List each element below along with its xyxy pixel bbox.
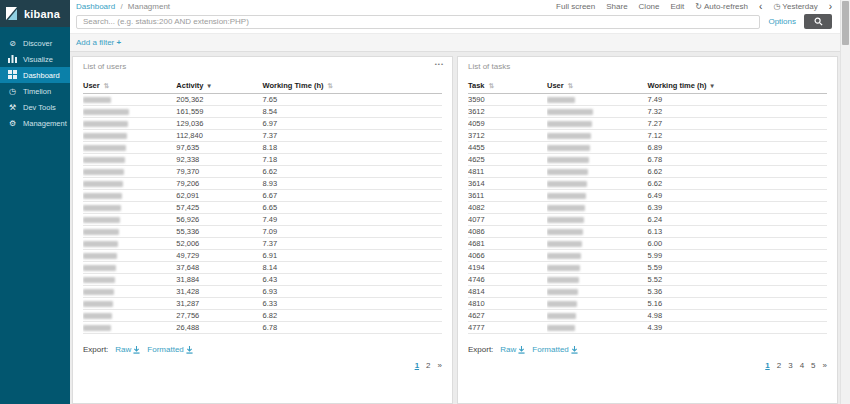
wrench-icon: ⚒ [8, 103, 17, 112]
redacted-user-name [547, 121, 592, 127]
table-cell [547, 298, 648, 310]
search-input[interactable] [76, 15, 760, 29]
table-cell [547, 286, 648, 298]
time-picker-button[interactable]: ◷ Yesterday [773, 2, 817, 11]
pagination-page-1[interactable]: 1 [765, 361, 769, 370]
export-formatted-link[interactable]: Formatted [147, 345, 192, 354]
tasks-column-header-user[interactable]: User ⇅ [547, 79, 648, 94]
table-cell [547, 226, 648, 238]
auto-refresh-button[interactable]: ↻ Auto-refresh [695, 2, 748, 11]
table-cell: 56,926 [176, 214, 262, 226]
redacted-user-name [547, 145, 590, 151]
table-cell [83, 166, 176, 178]
toolbar-share-button[interactable]: Share [606, 2, 627, 11]
table-cell [83, 118, 176, 130]
sidebar-item-label: Timelion [23, 87, 51, 96]
table-cell: 129,036 [176, 118, 262, 130]
redacted-user-name [83, 145, 126, 151]
table-cell [547, 250, 648, 262]
redacted-user-name [83, 133, 127, 139]
table-cell: 57,425 [176, 202, 262, 214]
pagination-page-2[interactable]: 2 [777, 361, 781, 370]
redacted-user-name [547, 325, 575, 331]
table-row: 46274.98 [468, 310, 827, 322]
table-cell: 92,338 [176, 154, 262, 166]
redacted-user-name [547, 289, 578, 295]
table-row: 55,3367.09 [83, 226, 442, 238]
time-step-forward-button[interactable]: › [829, 3, 832, 11]
toolbar-full-screen-button[interactable]: Full screen [556, 2, 595, 11]
table-cell: 6.89 [647, 142, 827, 154]
table-row: 56,9267.49 [83, 214, 442, 226]
redacted-user-name [547, 253, 581, 259]
export-label: Export: [468, 345, 493, 354]
sidebar-item-visualize[interactable]: Visualize [0, 51, 70, 67]
redacted-user-name [547, 133, 591, 139]
pagination-next-button[interactable]: » [823, 361, 827, 370]
export-raw-link[interactable]: Raw [500, 345, 525, 354]
table-cell: 6.49 [647, 190, 827, 202]
options-link[interactable]: Options [768, 17, 796, 26]
pagination-page-4[interactable]: 4 [800, 361, 804, 370]
table-cell [83, 214, 176, 226]
time-step-back-button[interactable]: ‹ [759, 3, 762, 11]
redacted-user-name [547, 217, 584, 223]
table-cell [83, 190, 176, 202]
sidebar-item-discover[interactable]: ⊘Discover [0, 35, 70, 51]
sidebar-item-management[interactable]: ⚙Management [0, 115, 70, 131]
vertical-scrollbar[interactable] [840, 0, 850, 404]
export-raw-link[interactable]: Raw [115, 345, 140, 354]
export-formatted-label: Formatted [147, 345, 183, 354]
tasks-column-header-working-time-h-[interactable]: Working time (h) ▾ [647, 79, 827, 94]
sort-icon: ⇅ [489, 82, 494, 89]
auto-refresh-label: Auto-refresh [704, 2, 748, 11]
table-cell: 52,006 [176, 238, 262, 250]
scrollbar-thumb[interactable] [842, 1, 849, 45]
table-cell: 62,091 [176, 190, 262, 202]
search-button[interactable] [804, 14, 832, 29]
table-cell: 4.39 [647, 322, 827, 334]
table-cell: 6.93 [262, 286, 442, 298]
table-row: 40866.13 [468, 226, 827, 238]
users-column-header-activity[interactable]: Activity ▾ [176, 79, 262, 94]
table-cell [547, 130, 648, 142]
toolbar-edit-button[interactable]: Edit [671, 2, 685, 11]
export-formatted-link[interactable]: Formatted [532, 345, 577, 354]
pagination-page-2[interactable]: 2 [426, 361, 430, 370]
table-row: 36127.32 [468, 106, 827, 118]
sidebar: kibana ⊘DiscoverVisualizeDashboard◷Timel… [0, 0, 70, 404]
table-cell: 5.16 [647, 298, 827, 310]
table-cell: 5.36 [647, 286, 827, 298]
table-cell [83, 226, 176, 238]
panel-title: List of users [83, 62, 442, 71]
clock-icon: ◷ [773, 2, 780, 11]
users-column-header-working-time-h-[interactable]: Working Time (h) ⇅ [262, 79, 442, 94]
pagination-page-5[interactable]: 5 [811, 361, 815, 370]
redacted-user-name [547, 277, 579, 283]
pagination-page-1[interactable]: 1 [415, 361, 419, 370]
download-icon [133, 346, 140, 354]
users-column-header-user[interactable]: User ⇅ [83, 79, 176, 94]
users-table-body: 205,3627.65161,5598.54129,0366.97112,840… [83, 94, 442, 334]
table-row: 40776.24 [468, 214, 827, 226]
table-cell [83, 250, 176, 262]
toolbar-clone-button[interactable]: Clone [639, 2, 660, 11]
sidebar-item-dashboard[interactable]: Dashboard [0, 67, 70, 83]
breadcrumb-dashboard-link[interactable]: Dashboard [76, 2, 115, 11]
tasks-column-header-task[interactable]: Task ⇅ [468, 79, 547, 94]
pagination-page-3[interactable]: 3 [788, 361, 792, 370]
redacted-user-name [547, 193, 586, 199]
table-cell: 79,206 [176, 178, 262, 190]
dashboard-toolbar: Full screenShareCloneEdit ↻ Auto-refresh… [556, 2, 832, 11]
table-row: 112,8407.37 [83, 130, 442, 142]
pagination-next-button[interactable]: » [438, 361, 442, 370]
redacted-user-name [83, 325, 111, 331]
add-filter-link[interactable]: Add a filter + [76, 38, 121, 47]
sidebar-item-timelion[interactable]: ◷Timelion [0, 83, 70, 99]
sidebar-item-dev-tools[interactable]: ⚒Dev Tools [0, 99, 70, 115]
table-cell [83, 262, 176, 274]
table-cell: 6.62 [647, 178, 827, 190]
table-cell [547, 190, 648, 202]
panel-options-menu-icon[interactable]: ••• [435, 61, 444, 67]
kibana-logo[interactable]: kibana [0, 0, 70, 27]
